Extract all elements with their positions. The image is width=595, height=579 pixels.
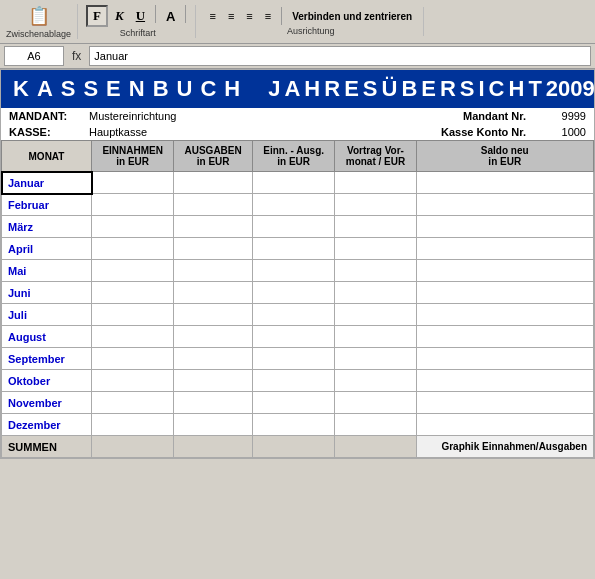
data-cell[interactable]	[335, 172, 416, 194]
bold-button[interactable]: F	[86, 5, 108, 27]
data-cell[interactable]	[416, 216, 594, 238]
data-cell[interactable]	[252, 326, 335, 348]
data-cell[interactable]	[174, 414, 253, 436]
data-cell[interactable]	[92, 392, 174, 414]
align-left-button[interactable]: ≡	[204, 8, 220, 24]
data-cell[interactable]	[335, 260, 416, 282]
month-cell-märz[interactable]: März	[2, 216, 92, 238]
table-row: Februar	[2, 194, 594, 216]
month-cell-november[interactable]: November	[2, 392, 92, 414]
data-cell[interactable]	[252, 414, 335, 436]
data-cell[interactable]	[174, 260, 253, 282]
data-cell[interactable]	[335, 392, 416, 414]
data-cell[interactable]	[335, 216, 416, 238]
data-cell[interactable]	[252, 370, 335, 392]
data-cell[interactable]	[174, 238, 253, 260]
data-cell[interactable]	[252, 172, 335, 194]
data-cell[interactable]	[416, 348, 594, 370]
month-cell-dezember[interactable]: Dezember	[2, 414, 92, 436]
data-cell[interactable]	[174, 348, 253, 370]
cell-reference-input[interactable]	[4, 46, 64, 66]
data-cell[interactable]	[335, 304, 416, 326]
data-cell[interactable]	[92, 348, 174, 370]
summen-ausgaben[interactable]	[174, 436, 253, 458]
zwischenablage-label: Zwischenablage	[6, 28, 71, 39]
graphik-label: Graphik Einnahmen/Ausgaben	[416, 436, 594, 458]
data-cell[interactable]	[416, 260, 594, 282]
data-cell[interactable]	[174, 304, 253, 326]
data-cell[interactable]	[416, 326, 594, 348]
data-cell[interactable]	[335, 414, 416, 436]
data-cell[interactable]	[335, 348, 416, 370]
font-color-button[interactable]: A	[161, 5, 180, 27]
data-cell[interactable]	[92, 414, 174, 436]
table-row: Januar	[2, 172, 594, 194]
data-cell[interactable]	[416, 282, 594, 304]
data-cell[interactable]	[92, 370, 174, 392]
summen-vortrag[interactable]	[335, 436, 416, 458]
underline-button[interactable]: U	[131, 5, 150, 27]
data-cell[interactable]	[416, 414, 594, 436]
data-cell[interactable]	[174, 370, 253, 392]
formula-input[interactable]	[89, 46, 591, 66]
data-cell[interactable]	[335, 282, 416, 304]
data-cell[interactable]	[92, 216, 174, 238]
data-table: MONAT EINNAHMENin EUR AUSGABENin EUR Ein…	[1, 140, 594, 458]
data-cell[interactable]	[335, 326, 416, 348]
data-cell[interactable]	[252, 348, 335, 370]
data-cell[interactable]	[335, 238, 416, 260]
data-cell[interactable]	[252, 282, 335, 304]
data-cell[interactable]	[416, 370, 594, 392]
data-cell[interactable]	[252, 194, 335, 216]
data-cell[interactable]	[174, 392, 253, 414]
merge-button[interactable]: Verbinden und zentrieren	[287, 9, 417, 24]
data-cell[interactable]	[252, 260, 335, 282]
summen-einnahmen[interactable]	[92, 436, 174, 458]
data-cell[interactable]	[335, 370, 416, 392]
month-cell-august[interactable]: August	[2, 326, 92, 348]
month-cell-april[interactable]: April	[2, 238, 92, 260]
table-row: August	[2, 326, 594, 348]
month-cell-januar[interactable]: Januar	[2, 172, 92, 194]
data-cell[interactable]	[416, 194, 594, 216]
table-row: März	[2, 216, 594, 238]
header-vortrag: Vortrag Vor-monat / EUR	[335, 141, 416, 172]
align-right-button[interactable]: ≡	[241, 8, 257, 24]
data-cell[interactable]	[252, 216, 335, 238]
mandant-label: MANDANT:	[1, 108, 81, 124]
data-cell[interactable]	[174, 194, 253, 216]
data-cell[interactable]	[92, 238, 174, 260]
align-justify-button[interactable]: ≡	[260, 8, 276, 24]
month-cell-september[interactable]: September	[2, 348, 92, 370]
data-cell[interactable]	[92, 172, 174, 194]
summen-diff[interactable]	[252, 436, 335, 458]
month-cell-februar[interactable]: Februar	[2, 194, 92, 216]
data-cell[interactable]	[174, 326, 253, 348]
data-cell[interactable]	[252, 304, 335, 326]
data-cell[interactable]	[335, 194, 416, 216]
mandant-value: Mustereinrichtung	[81, 108, 369, 124]
data-cell[interactable]	[416, 238, 594, 260]
paste-button[interactable]: 📋	[21, 4, 57, 28]
data-cell[interactable]	[252, 238, 335, 260]
data-cell[interactable]	[252, 392, 335, 414]
data-cell[interactable]	[92, 304, 174, 326]
data-cell[interactable]	[174, 282, 253, 304]
kasse-label: KASSE:	[1, 124, 81, 140]
formula-icon: fx	[68, 49, 85, 63]
data-cell[interactable]	[416, 172, 594, 194]
data-cell[interactable]	[416, 304, 594, 326]
italic-button[interactable]: K	[110, 5, 129, 27]
data-cell[interactable]	[174, 172, 253, 194]
align-center-button[interactable]: ≡	[223, 8, 239, 24]
data-cell[interactable]	[174, 216, 253, 238]
month-cell-oktober[interactable]: Oktober	[2, 370, 92, 392]
data-cell[interactable]	[92, 260, 174, 282]
data-cell[interactable]	[92, 282, 174, 304]
month-cell-mai[interactable]: Mai	[2, 260, 92, 282]
data-cell[interactable]	[92, 194, 174, 216]
data-cell[interactable]	[416, 392, 594, 414]
month-cell-juni[interactable]: Juni	[2, 282, 92, 304]
month-cell-juli[interactable]: Juli	[2, 304, 92, 326]
data-cell[interactable]	[92, 326, 174, 348]
